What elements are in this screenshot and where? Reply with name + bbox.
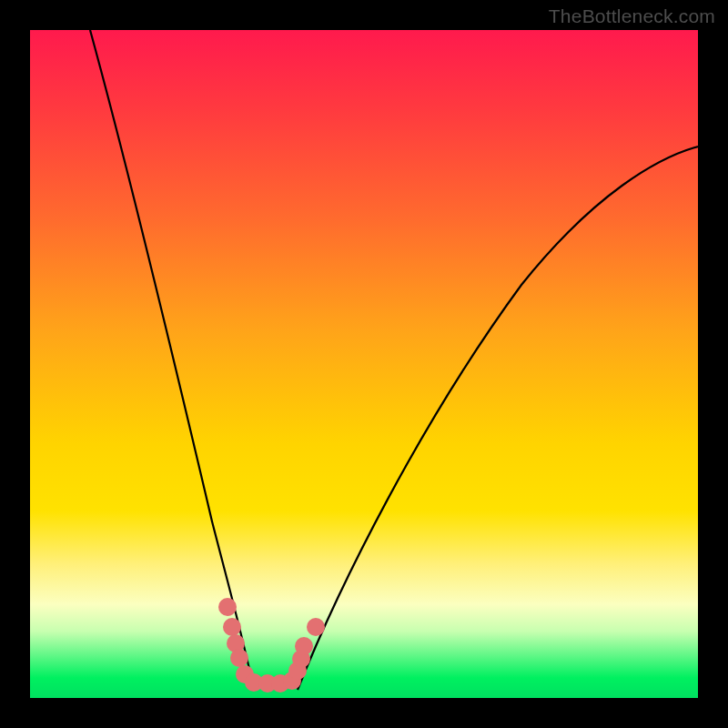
svg-point-12 <box>307 618 325 636</box>
svg-point-11 <box>295 637 313 655</box>
curve-right <box>298 147 698 690</box>
plot-area <box>30 30 698 698</box>
svg-point-3 <box>230 649 248 667</box>
valley-markers <box>218 598 325 693</box>
chart-frame: TheBottleneck.com <box>0 0 728 728</box>
curve-layer <box>30 30 698 698</box>
watermark-text: TheBottleneck.com <box>549 5 715 27</box>
svg-point-1 <box>223 618 241 636</box>
svg-point-0 <box>218 598 237 616</box>
curve-left <box>90 30 253 685</box>
